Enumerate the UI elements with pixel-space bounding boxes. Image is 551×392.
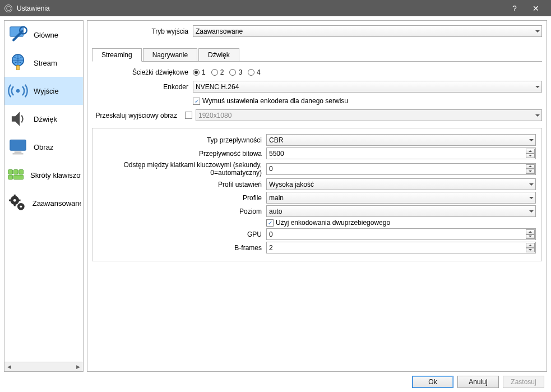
- spin-buttons[interactable]: [526, 229, 535, 239]
- level-row: Poziom auto: [98, 205, 536, 217]
- svg-rect-5: [10, 140, 26, 150]
- encoder-label: Enkoder: [92, 83, 193, 91]
- sidebar-item-advanced[interactable]: Zaawansowane: [4, 189, 83, 217]
- level-label: Poziom: [98, 207, 266, 215]
- scroll-right-button[interactable]: ▶: [73, 362, 83, 371]
- sidebar-items: Główne Stream Wyjście Dźwięk: [4, 21, 83, 362]
- profile-select[interactable]: main: [266, 192, 536, 204]
- bframes-spinner[interactable]: 2: [266, 242, 536, 253]
- bitrate-spinner[interactable]: 5500: [266, 147, 536, 159]
- gear-icon: [6, 191, 29, 215]
- twopass-checkbox[interactable]: ✓ Użyj enkodowania dwuprzebiegowego: [266, 219, 390, 227]
- spin-up[interactable]: [526, 164, 535, 169]
- sidebar-item-label: Obraz: [34, 143, 53, 151]
- svg-rect-17: [9, 200, 11, 201]
- spin-up[interactable]: [526, 243, 535, 248]
- rate-control-label: Typ przepływności: [98, 136, 266, 144]
- spin-buttons[interactable]: [526, 149, 535, 158]
- rescale-select: 1920x1080: [196, 109, 542, 121]
- sidebar-item-hotkeys[interactable]: Skróty klawiszowe: [4, 161, 83, 189]
- button-label: Zastosuj: [511, 378, 536, 386]
- keyint-label: Odstęp między klatkami kluczowymi (sekun…: [98, 161, 266, 177]
- tabs: Streaming Nagrywanie Dźwięk: [92, 48, 542, 62]
- spin-up[interactable]: [526, 149, 535, 154]
- sidebar: Główne Stream Wyjście Dźwięk: [4, 20, 84, 372]
- audio-track-3[interactable]: 3: [229, 68, 242, 76]
- globe-icon: [6, 50, 30, 75]
- tab-streaming[interactable]: Streaming: [92, 48, 142, 62]
- enforce-label: Wymuś ustawienia enkodera dla danego ser…: [202, 97, 348, 105]
- spin-down[interactable]: [526, 169, 535, 174]
- spin-buttons[interactable]: [526, 243, 535, 252]
- sidebar-item-label: Zaawansowane: [33, 199, 81, 207]
- audio-track-1[interactable]: 1: [193, 68, 206, 76]
- preset-row: Profil ustawień Wysoka jakość: [98, 178, 536, 190]
- chevron-down-icon: [529, 183, 534, 186]
- level-select[interactable]: auto: [266, 205, 536, 217]
- encoder-select[interactable]: NVENC H.264: [193, 81, 542, 93]
- app-icon: ◯: [4, 4, 12, 12]
- chevron-down-icon: [535, 114, 540, 117]
- radio-label: 1: [202, 68, 206, 76]
- spin-down[interactable]: [526, 234, 535, 239]
- cancel-button[interactable]: Anuluj: [457, 376, 499, 388]
- audio-track-2[interactable]: 2: [211, 68, 224, 76]
- bitrate-label: Przepływność bitowa: [98, 150, 266, 158]
- button-label: Anuluj: [469, 378, 487, 386]
- streaming-tab-body: Ścieżki dźwiękowe 1 2 3 4 Enkoder NVENC …: [92, 62, 542, 261]
- scroll-track[interactable]: [14, 362, 73, 371]
- radio-icon: [248, 69, 254, 76]
- output-mode-select[interactable]: Zaawansowane: [193, 25, 542, 37]
- audio-tracks-group: 1 2 3 4: [193, 68, 261, 76]
- help-button[interactable]: ?: [504, 0, 525, 16]
- rate-control-select[interactable]: CBR: [266, 134, 536, 146]
- sidebar-item-label: Skróty klawiszowe: [30, 171, 81, 179]
- spin-down[interactable]: [526, 248, 535, 253]
- chevron-down-icon: [529, 197, 534, 199]
- keyint-spinner[interactable]: 0: [266, 163, 536, 175]
- tab-audio[interactable]: Dźwięk: [198, 48, 239, 61]
- preset-label: Profil ustawień: [98, 181, 266, 188]
- output-mode-label: Tryb wyjścia: [92, 27, 193, 35]
- window-title: Ustawienia: [17, 4, 504, 12]
- svg-rect-15: [14, 195, 16, 197]
- tab-label: Dźwięk: [208, 51, 230, 59]
- radio-label: 2: [220, 68, 224, 76]
- preset-select[interactable]: Wysoka jakość: [266, 178, 536, 190]
- svg-rect-9: [13, 170, 18, 174]
- ok-button[interactable]: Ok: [412, 376, 453, 388]
- svg-rect-10: [19, 170, 24, 174]
- sidebar-item-audio[interactable]: Dźwięk: [4, 105, 83, 133]
- enforce-checkbox[interactable]: ✓ Wymuś ustawienia enkodera dla danego s…: [193, 97, 348, 105]
- gpu-row: GPU 0: [98, 228, 536, 240]
- audio-track-4[interactable]: 4: [248, 68, 261, 76]
- svg-point-20: [20, 205, 22, 207]
- radio-icon: [193, 69, 200, 76]
- bitrate-row: Przepływność bitowa 5500: [98, 147, 536, 159]
- bframes-row: B-frames 2: [98, 242, 536, 253]
- sidebar-scrollbar[interactable]: ◀ ▶: [4, 362, 83, 371]
- svg-rect-18: [18, 200, 20, 201]
- scroll-left-button[interactable]: ◀: [4, 362, 14, 371]
- radio-label: 4: [257, 68, 261, 76]
- sidebar-item-output[interactable]: Wyjście: [4, 77, 83, 105]
- gpu-spinner[interactable]: 0: [266, 228, 536, 240]
- gpu-label: GPU: [98, 230, 266, 238]
- sidebar-item-general[interactable]: Główne: [4, 21, 83, 49]
- spin-down[interactable]: [526, 154, 535, 159]
- rate-control-value: CBR: [269, 136, 283, 144]
- close-button[interactable]: ✕: [525, 0, 547, 16]
- rescale-checkbox[interactable]: [185, 112, 192, 119]
- sidebar-item-stream[interactable]: Stream: [4, 49, 83, 77]
- radio-icon: [229, 69, 236, 76]
- sidebar-item-video[interactable]: Obraz: [4, 133, 83, 161]
- tab-recording[interactable]: Nagrywanie: [143, 48, 197, 61]
- rate-control-row: Typ przepływności CBR: [98, 134, 536, 146]
- spin-up[interactable]: [526, 229, 535, 234]
- bframes-value: 2: [269, 244, 273, 252]
- apply-button: Zastosuj: [503, 376, 544, 388]
- spin-buttons[interactable]: [526, 164, 535, 174]
- sidebar-item-label: Dźwięk: [34, 115, 57, 123]
- level-value: auto: [269, 207, 282, 215]
- svg-rect-11: [8, 175, 13, 179]
